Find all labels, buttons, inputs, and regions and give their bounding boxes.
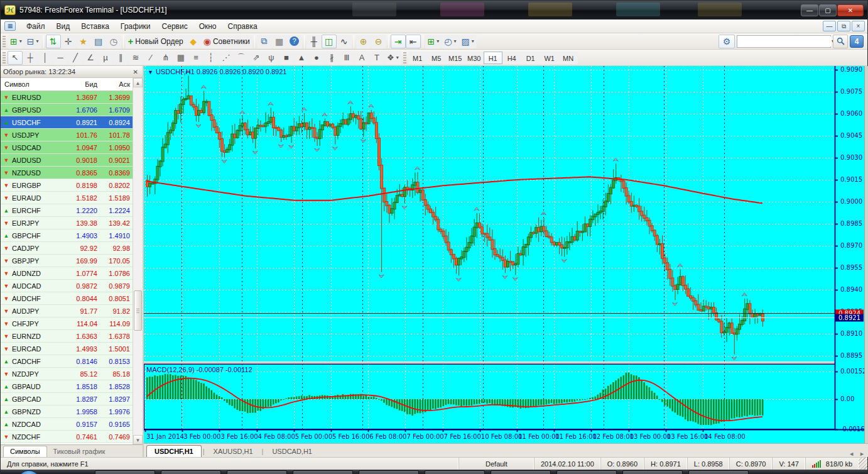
resize-grip[interactable] xyxy=(859,458,867,470)
mdi-close-button[interactable]: × xyxy=(852,21,865,31)
table-row[interactable]: ▲USDCHF0.89210.8924 xyxy=(1,116,133,129)
timeframe-w1-button[interactable]: W1 xyxy=(540,52,559,64)
table-row[interactable]: ▼EURAUD1.51821.5189 xyxy=(1,192,133,204)
fibo-timezones-button[interactable]: ┆ xyxy=(203,51,219,65)
search-combobox[interactable]: ▾ xyxy=(737,35,831,48)
search-button[interactable] xyxy=(833,35,848,48)
column-header-0[interactable]: Символ xyxy=(1,80,61,88)
strategy-tester-button[interactable]: ◷ xyxy=(106,35,121,48)
search-input[interactable] xyxy=(737,36,832,47)
data-window-button[interactable]: ✛ xyxy=(61,35,76,48)
table-row[interactable]: ▼USDJPY101.76101.78 xyxy=(1,129,133,141)
table-row[interactable]: ▲GBPNZD1.99581.9976 xyxy=(1,405,133,418)
market-watch-close-icon[interactable]: ✕ xyxy=(131,69,140,75)
table-row[interactable]: ▲NZDCAD0.91570.9165 xyxy=(1,418,133,431)
text-button[interactable]: A xyxy=(354,51,369,65)
minimize-button[interactable]: — xyxy=(801,4,818,16)
table-row[interactable]: ▼EURJPY139.38139.42 xyxy=(1,217,133,229)
cursor-button[interactable]: ↖ xyxy=(8,51,23,65)
table-row[interactable]: ▼EURNZD1.63631.6378 xyxy=(1,330,133,343)
market-watch-tab-0[interactable]: Символы xyxy=(3,446,47,457)
dropdown-arrow-icon[interactable]: ▾ xyxy=(437,38,439,44)
toolbar-grip[interactable] xyxy=(403,52,406,63)
chart-tab-xauusd-h1[interactable]: XAUUSD,H1 xyxy=(206,446,261,457)
menu-item-2[interactable]: Вставка xyxy=(75,21,115,32)
table-row[interactable]: ▼NZDUSD0.83650.8369 xyxy=(1,167,133,179)
chart-tab-usdchf-h1[interactable]: USDCHF,H1 xyxy=(146,445,202,457)
gann-grid-button[interactable]: ▦ xyxy=(173,51,188,65)
horizontal-line-button[interactable]: ─ xyxy=(53,51,68,65)
text-label-button[interactable]: T xyxy=(369,51,384,65)
table-row[interactable]: ▼NZDJPY85.1285.18 xyxy=(1,368,133,380)
table-row[interactable]: ▼AUDUSD0.90180.9021 xyxy=(1,154,133,167)
table-row[interactable]: ▼AUDJPY91.7791.82 xyxy=(1,305,133,317)
fullscreen-button[interactable]: ⧉ xyxy=(257,35,272,48)
taskbar-button[interactable] xyxy=(622,470,683,474)
timeframe-mn-button[interactable]: MN xyxy=(559,52,578,64)
profiles-button[interactable]: ⊟▾ xyxy=(24,35,41,48)
table-row[interactable]: ▼AUDNZD1.07741.0786 xyxy=(1,267,133,280)
taskbar-button[interactable] xyxy=(95,470,155,474)
menu-item-0[interactable]: Файл xyxy=(21,21,51,32)
dropdown-arrow-icon[interactable]: ▾ xyxy=(19,38,22,44)
print-button[interactable]: ▦ xyxy=(272,35,287,48)
title-bar[interactable]: ℋ 57948: FreshForex Terminal - [USDCHF,H… xyxy=(1,1,867,19)
chart-system-icon[interactable]: ▦ xyxy=(4,21,16,31)
zoom-out-button[interactable]: ⊖ xyxy=(371,35,386,48)
crosshair-button[interactable]: ┼ xyxy=(23,51,38,65)
menu-item-4[interactable]: Сервис xyxy=(156,21,193,32)
price-chart-canvas[interactable] xyxy=(144,66,868,443)
parallel-lines-button[interactable]: ∦ xyxy=(324,51,339,65)
dropdown-arrow-icon[interactable]: ▾ xyxy=(36,38,38,44)
rectangle-button[interactable]: ■ xyxy=(279,51,294,65)
chevron-down-icon[interactable]: ▼ xyxy=(148,69,153,75)
mdi-restore-button[interactable]: ⧉ xyxy=(837,21,850,31)
andrews-pitchfork-button[interactable]: ψ xyxy=(264,51,279,65)
fibo-arcs-button[interactable]: ⌒ xyxy=(234,51,249,65)
zoom-in-button[interactable]: ⊕ xyxy=(356,35,371,48)
triangle-button[interactable]: ▲ xyxy=(294,51,309,65)
mql-community-button[interactable]: 4 xyxy=(850,35,864,48)
vertical-line-button[interactable]: │ xyxy=(38,51,53,65)
new-chart-button[interactable]: ⊞▾ xyxy=(8,35,24,48)
timeframe-m5-button[interactable]: M5 xyxy=(427,52,446,64)
dropdown-arrow-icon[interactable]: ▾ xyxy=(396,55,399,60)
table-row[interactable]: ▼USDCAD1.09471.0950 xyxy=(1,141,133,154)
taskbar-button[interactable] xyxy=(359,470,419,474)
table-row[interactable]: ▼GBPJPY169.99170.05 xyxy=(1,255,133,267)
templates-button[interactable]: ▨▾ xyxy=(459,35,477,48)
toolbar-grip[interactable] xyxy=(3,52,6,63)
ellipse-button[interactable]: ● xyxy=(309,51,324,65)
table-row[interactable]: ▲GBPCAD1.82871.8297 xyxy=(1,393,133,405)
chart-shift-button[interactable]: ⇤ xyxy=(406,35,421,48)
metaeditor-button[interactable]: ◆ xyxy=(186,35,201,48)
regression-channel-button[interactable]: µ xyxy=(98,51,113,65)
taskbar-button[interactable] xyxy=(556,470,617,474)
column-header-2[interactable]: Аск xyxy=(97,80,133,88)
arrow-tools-button[interactable]: ❖▾ xyxy=(384,51,401,65)
table-row[interactable]: ▼CHFJPY114.04114.09 xyxy=(1,317,133,330)
status-profile[interactable]: Default xyxy=(458,458,534,470)
auto-scroll-button[interactable]: ⇥ xyxy=(391,35,406,48)
scroll-up-icon[interactable]: ▲ xyxy=(133,78,143,87)
timeframe-m1-button[interactable]: M1 xyxy=(408,52,427,64)
scroll-down-icon[interactable]: ▼ xyxy=(133,435,143,444)
fibo-retracement-button[interactable]: ≡ xyxy=(188,51,203,65)
start-button-icon[interactable] xyxy=(18,470,40,474)
indicators-button[interactable]: ⊞▾ xyxy=(425,35,442,48)
table-row[interactable]: ▼EURUSD1.36971.3699 xyxy=(1,91,133,104)
help-button[interactable]: ? xyxy=(287,35,302,48)
table-row[interactable]: ▼EURCAD1.49931.5001 xyxy=(1,343,133,355)
table-row[interactable]: ▼EURGBP0.81980.8202 xyxy=(1,179,133,192)
chart-candles-button[interactable]: ◫ xyxy=(322,35,337,48)
table-row[interactable]: ▲GBPCHF1.49031.4910 xyxy=(1,229,133,242)
taskbar-button[interactable] xyxy=(293,470,353,474)
taskbar-button[interactable] xyxy=(688,470,749,474)
chart-bars-button[interactable]: ╫ xyxy=(307,35,322,48)
timeframe-m15-button[interactable]: M15 xyxy=(446,52,465,64)
periods-button[interactable]: ◴▾ xyxy=(442,35,458,48)
terminal-button[interactable]: ▤ xyxy=(91,35,106,48)
taskbar-button[interactable] xyxy=(491,470,551,474)
close-button[interactable]: ✕ xyxy=(837,4,864,16)
mdi-minimize-button[interactable]: — xyxy=(823,21,836,31)
